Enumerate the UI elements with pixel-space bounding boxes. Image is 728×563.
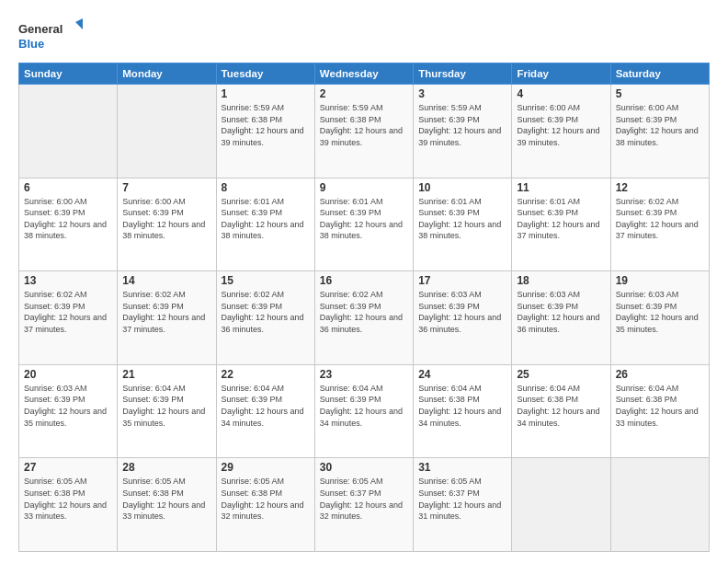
calendar-cell bbox=[512, 458, 610, 552]
day-number: 17 bbox=[418, 274, 506, 287]
calendar-table: SundayMondayTuesdayWednesdayThursdayFrid… bbox=[18, 63, 710, 552]
calendar-cell: 7Sunrise: 6:00 AMSunset: 6:39 PMDaylight… bbox=[118, 178, 216, 271]
day-info: Sunrise: 6:05 AMSunset: 6:37 PMDaylight:… bbox=[418, 476, 506, 522]
calendar-cell: 22Sunrise: 6:04 AMSunset: 6:39 PMDayligh… bbox=[216, 364, 314, 458]
day-info: Sunrise: 6:00 AMSunset: 6:39 PMDaylight:… bbox=[616, 102, 704, 148]
calendar-cell: 28Sunrise: 6:05 AMSunset: 6:38 PMDayligh… bbox=[118, 458, 216, 552]
calendar-week-row: 20Sunrise: 6:03 AMSunset: 6:39 PMDayligh… bbox=[19, 364, 710, 458]
day-number: 14 bbox=[122, 274, 210, 287]
day-info: Sunrise: 6:01 AMSunset: 6:39 PMDaylight:… bbox=[418, 196, 506, 242]
day-info: Sunrise: 6:00 AMSunset: 6:39 PMDaylight:… bbox=[517, 102, 605, 148]
calendar-cell: 20Sunrise: 6:03 AMSunset: 6:39 PMDayligh… bbox=[19, 364, 118, 458]
calendar-week-row: 1Sunrise: 5:59 AMSunset: 6:38 PMDaylight… bbox=[19, 85, 710, 178]
day-number: 8 bbox=[222, 181, 310, 194]
day-info: Sunrise: 6:03 AMSunset: 6:39 PMDaylight:… bbox=[418, 289, 506, 335]
day-info: Sunrise: 6:05 AMSunset: 6:38 PMDaylight:… bbox=[222, 476, 310, 522]
day-info: Sunrise: 6:01 AMSunset: 6:39 PMDaylight:… bbox=[517, 196, 605, 242]
calendar-cell: 3Sunrise: 5:59 AMSunset: 6:39 PMDaylight… bbox=[414, 85, 512, 178]
calendar-page: General Blue SundayMondayTuesdayWednesda… bbox=[0, 0, 728, 563]
day-info: Sunrise: 6:05 AMSunset: 6:38 PMDaylight:… bbox=[122, 476, 210, 522]
day-info: Sunrise: 5:59 AMSunset: 6:38 PMDaylight:… bbox=[222, 102, 310, 148]
logo-svg: General Blue bbox=[18, 17, 83, 53]
day-number: 26 bbox=[616, 368, 704, 381]
calendar-week-row: 13Sunrise: 6:02 AMSunset: 6:39 PMDayligh… bbox=[19, 271, 710, 365]
day-number: 11 bbox=[517, 181, 605, 194]
calendar-cell: 2Sunrise: 5:59 AMSunset: 6:38 PMDaylight… bbox=[314, 85, 413, 178]
weekday-header-row: SundayMondayTuesdayWednesdayThursdayFrid… bbox=[19, 63, 710, 85]
day-number: 2 bbox=[320, 87, 408, 100]
day-number: 6 bbox=[24, 181, 112, 194]
day-info: Sunrise: 6:00 AMSunset: 6:39 PMDaylight:… bbox=[24, 196, 112, 242]
day-number: 27 bbox=[24, 461, 112, 474]
day-number: 12 bbox=[616, 181, 704, 194]
calendar-cell: 23Sunrise: 6:04 AMSunset: 6:39 PMDayligh… bbox=[314, 364, 413, 458]
calendar-cell: 9Sunrise: 6:01 AMSunset: 6:39 PMDaylight… bbox=[314, 178, 413, 271]
day-number: 5 bbox=[616, 87, 704, 100]
day-info: Sunrise: 5:59 AMSunset: 6:38 PMDaylight:… bbox=[320, 102, 408, 148]
day-info: Sunrise: 6:01 AMSunset: 6:39 PMDaylight:… bbox=[222, 196, 310, 242]
day-number: 13 bbox=[24, 274, 112, 287]
day-number: 7 bbox=[122, 181, 210, 194]
day-info: Sunrise: 6:02 AMSunset: 6:39 PMDaylight:… bbox=[616, 196, 704, 242]
logo: General Blue bbox=[18, 17, 83, 53]
day-number: 10 bbox=[418, 181, 506, 194]
day-info: Sunrise: 6:02 AMSunset: 6:39 PMDaylight:… bbox=[122, 289, 210, 335]
day-number: 20 bbox=[24, 368, 112, 381]
day-info: Sunrise: 6:03 AMSunset: 6:39 PMDaylight:… bbox=[616, 289, 704, 335]
day-number: 30 bbox=[320, 461, 408, 474]
calendar-cell: 25Sunrise: 6:04 AMSunset: 6:38 PMDayligh… bbox=[512, 364, 610, 458]
day-info: Sunrise: 6:05 AMSunset: 6:37 PMDaylight:… bbox=[320, 476, 408, 522]
day-number: 19 bbox=[616, 274, 704, 287]
day-info: Sunrise: 6:00 AMSunset: 6:39 PMDaylight:… bbox=[122, 196, 210, 242]
day-number: 18 bbox=[517, 274, 605, 287]
day-number: 3 bbox=[418, 87, 506, 100]
day-number: 16 bbox=[320, 274, 408, 287]
day-info: Sunrise: 6:03 AMSunset: 6:39 PMDaylight:… bbox=[517, 289, 605, 335]
day-number: 24 bbox=[418, 368, 506, 381]
calendar-week-row: 6Sunrise: 6:00 AMSunset: 6:39 PMDaylight… bbox=[19, 178, 710, 271]
day-info: Sunrise: 6:04 AMSunset: 6:39 PMDaylight:… bbox=[320, 383, 408, 429]
day-info: Sunrise: 6:02 AMSunset: 6:39 PMDaylight:… bbox=[320, 289, 408, 335]
day-number: 28 bbox=[122, 461, 210, 474]
calendar-cell: 26Sunrise: 6:04 AMSunset: 6:38 PMDayligh… bbox=[610, 364, 709, 458]
calendar-cell: 31Sunrise: 6:05 AMSunset: 6:37 PMDayligh… bbox=[414, 458, 512, 552]
calendar-cell: 17Sunrise: 6:03 AMSunset: 6:39 PMDayligh… bbox=[414, 271, 512, 365]
page-header: General Blue bbox=[18, 17, 710, 53]
calendar-cell: 15Sunrise: 6:02 AMSunset: 6:39 PMDayligh… bbox=[216, 271, 314, 365]
day-number: 29 bbox=[222, 461, 310, 474]
day-info: Sunrise: 6:03 AMSunset: 6:39 PMDaylight:… bbox=[24, 383, 112, 429]
calendar-cell bbox=[118, 85, 216, 178]
calendar-cell: 4Sunrise: 6:00 AMSunset: 6:39 PMDaylight… bbox=[512, 85, 610, 178]
day-info: Sunrise: 6:04 AMSunset: 6:38 PMDaylight:… bbox=[517, 383, 605, 429]
day-number: 21 bbox=[122, 368, 210, 381]
svg-text:General: General bbox=[18, 22, 63, 36]
weekday-header-friday: Friday bbox=[512, 63, 610, 85]
day-info: Sunrise: 6:05 AMSunset: 6:38 PMDaylight:… bbox=[24, 476, 112, 522]
weekday-header-thursday: Thursday bbox=[414, 63, 512, 85]
calendar-cell: 6Sunrise: 6:00 AMSunset: 6:39 PMDaylight… bbox=[19, 178, 118, 271]
calendar-cell: 16Sunrise: 6:02 AMSunset: 6:39 PMDayligh… bbox=[314, 271, 413, 365]
day-number: 22 bbox=[222, 368, 310, 381]
weekday-header-tuesday: Tuesday bbox=[216, 63, 314, 85]
day-info: Sunrise: 6:04 AMSunset: 6:39 PMDaylight:… bbox=[222, 383, 310, 429]
calendar-cell: 13Sunrise: 6:02 AMSunset: 6:39 PMDayligh… bbox=[19, 271, 118, 365]
day-info: Sunrise: 6:01 AMSunset: 6:39 PMDaylight:… bbox=[320, 196, 408, 242]
day-number: 4 bbox=[517, 87, 605, 100]
weekday-header-monday: Monday bbox=[118, 63, 216, 85]
calendar-cell: 29Sunrise: 6:05 AMSunset: 6:38 PMDayligh… bbox=[216, 458, 314, 552]
calendar-cell: 10Sunrise: 6:01 AMSunset: 6:39 PMDayligh… bbox=[414, 178, 512, 271]
calendar-cell: 18Sunrise: 6:03 AMSunset: 6:39 PMDayligh… bbox=[512, 271, 610, 365]
calendar-cell: 11Sunrise: 6:01 AMSunset: 6:39 PMDayligh… bbox=[512, 178, 610, 271]
calendar-cell bbox=[610, 458, 709, 552]
calendar-cell bbox=[19, 85, 118, 178]
calendar-cell: 12Sunrise: 6:02 AMSunset: 6:39 PMDayligh… bbox=[610, 178, 709, 271]
calendar-cell: 27Sunrise: 6:05 AMSunset: 6:38 PMDayligh… bbox=[19, 458, 118, 552]
calendar-cell: 30Sunrise: 6:05 AMSunset: 6:37 PMDayligh… bbox=[314, 458, 413, 552]
day-info: Sunrise: 6:04 AMSunset: 6:38 PMDaylight:… bbox=[418, 383, 506, 429]
calendar-cell: 5Sunrise: 6:00 AMSunset: 6:39 PMDaylight… bbox=[610, 85, 709, 178]
day-number: 9 bbox=[320, 181, 408, 194]
calendar-cell: 24Sunrise: 6:04 AMSunset: 6:38 PMDayligh… bbox=[414, 364, 512, 458]
day-info: Sunrise: 6:04 AMSunset: 6:39 PMDaylight:… bbox=[122, 383, 210, 429]
calendar-cell: 19Sunrise: 6:03 AMSunset: 6:39 PMDayligh… bbox=[610, 271, 709, 365]
day-number: 1 bbox=[222, 87, 310, 100]
